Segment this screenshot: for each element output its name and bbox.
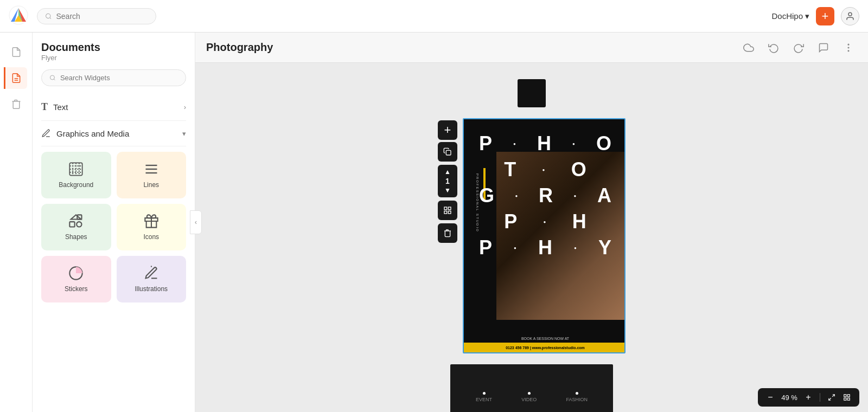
- fullscreen-button[interactable]: [826, 391, 838, 403]
- svg-marker-21: [71, 215, 81, 219]
- undo-icon: [768, 42, 779, 53]
- trash-icon: [11, 99, 22, 110]
- svg-point-25: [848, 44, 849, 45]
- topbar-right: DocHipo ▾ +: [771, 7, 859, 25]
- svg-point-2: [46, 14, 50, 18]
- flyer-text-grid: P ● H ● O T ● O: [475, 132, 616, 259]
- canvas-toolbar: Photography: [195, 33, 868, 63]
- top-black-square: [518, 79, 546, 107]
- page-number: 1: [445, 177, 450, 185]
- search-widgets-icon: [49, 74, 56, 81]
- lines-icon: [144, 162, 159, 177]
- sc-dot-3: [576, 392, 578, 395]
- zoom-in-button[interactable]: +: [802, 391, 814, 403]
- flyer-card[interactable]: PROFESSIONAL STUDIO P ● H ● O: [463, 118, 626, 353]
- stickers-widget[interactable]: Stickers: [41, 256, 111, 302]
- graphics-section-row[interactable]: Graphics and Media ▾: [41, 123, 186, 144]
- panel-title: Documents: [41, 41, 186, 54]
- svg-line-33: [832, 395, 834, 397]
- delete-icon: [443, 229, 452, 237]
- panel-subtitle: Flyer: [41, 54, 186, 62]
- search-bar[interactable]: [37, 8, 156, 24]
- zoom-bar: − 49 % +: [758, 388, 859, 407]
- fl-h1: H: [537, 132, 551, 155]
- icons-label: Icons: [143, 233, 159, 241]
- fl-y: Y: [598, 236, 611, 259]
- svg-point-7: [50, 75, 54, 80]
- graphics-section-label: Graphics and Media: [56, 129, 129, 138]
- icons-widget[interactable]: Icons: [117, 204, 187, 250]
- page-controls: + ▲ 1 ▼: [438, 118, 626, 353]
- search-icon: [45, 12, 52, 20]
- second-preview-card[interactable]: EVENT VIDEO FASHION: [450, 364, 613, 412]
- user-avatar[interactable]: [841, 7, 859, 25]
- duplicate-icon: [443, 147, 452, 156]
- lines-label: Lines: [143, 181, 159, 189]
- flyer-row-1: P ● H ● O: [475, 132, 616, 155]
- main-layout: Documents Flyer T Text ›: [0, 33, 868, 412]
- second-card-fashion: FASHION: [566, 392, 588, 402]
- text-section-row[interactable]: T Text ›: [41, 96, 186, 118]
- icon-bar: [0, 33, 33, 412]
- svg-rect-28: [446, 150, 451, 155]
- flyer-bottom-text: BOOK A SESSION NOW AT: [464, 337, 626, 343]
- flyer-row-4: P ● H: [475, 207, 616, 236]
- search-widgets-bar[interactable]: [41, 69, 186, 86]
- svg-line-3: [50, 17, 51, 18]
- svg-line-34: [829, 398, 831, 400]
- stickers-icon: [68, 266, 84, 281]
- undo-button[interactable]: [765, 39, 782, 56]
- layers-icon: [11, 73, 22, 83]
- comment-button[interactable]: [815, 39, 832, 56]
- svg-point-4: [848, 12, 852, 16]
- fl-p2: P: [504, 210, 517, 233]
- shapes-widget[interactable]: Shapes: [41, 204, 111, 250]
- cloud-save-button[interactable]: [740, 39, 757, 56]
- svg-point-20: [76, 222, 81, 227]
- next-page-button[interactable]: ▼: [443, 185, 452, 195]
- brand-name-label[interactable]: DocHipo ▾: [771, 11, 809, 21]
- sc-dot-1: [483, 392, 486, 395]
- more-options-button[interactable]: [840, 39, 857, 56]
- illustrations-widget[interactable]: Illustrations: [117, 256, 187, 302]
- add-button[interactable]: +: [816, 7, 834, 25]
- sidebar-item-trash[interactable]: [5, 93, 27, 115]
- add-page-button[interactable]: +: [438, 120, 457, 140]
- zoom-value: 49 %: [780, 394, 799, 402]
- search-input[interactable]: [56, 12, 148, 21]
- fl-t: T: [504, 158, 516, 181]
- lines-widget[interactable]: Lines: [117, 152, 187, 198]
- redo-icon: [793, 42, 804, 53]
- prev-page-button[interactable]: ▲: [443, 167, 452, 177]
- grid-icon: [443, 206, 452, 215]
- page-left-controls: + ▲ 1 ▼: [438, 118, 457, 243]
- svg-rect-32: [448, 211, 451, 214]
- layout-button[interactable]: [438, 201, 457, 220]
- panel-collapse-button[interactable]: ‹: [190, 210, 202, 234]
- second-card-video: VIDEO: [521, 392, 537, 402]
- svg-rect-35: [844, 395, 846, 397]
- flyer-bottom-bar: 0123 456 789 | www.professionalstudio.co…: [464, 343, 626, 352]
- background-widget[interactable]: Background: [41, 152, 111, 198]
- widget-grid: Background Lines: [41, 152, 186, 302]
- canvas-scroll[interactable]: + ▲ 1 ▼: [195, 63, 868, 412]
- duplicate-page-button[interactable]: [438, 142, 457, 162]
- search-widgets-input[interactable]: [60, 74, 178, 82]
- fl-g: G: [479, 184, 494, 207]
- redo-button[interactable]: [790, 39, 807, 56]
- background-icon: [68, 162, 84, 177]
- canvas-content: + ▲ 1 ▼: [212, 79, 852, 396]
- grid-view-button[interactable]: [841, 391, 853, 403]
- svg-rect-29: [444, 207, 447, 210]
- fl-d1: ●: [513, 141, 516, 146]
- svg-line-24: [149, 266, 153, 267]
- widget-panel: Documents Flyer T Text ›: [33, 33, 195, 412]
- sidebar-item-layers[interactable]: [4, 67, 27, 89]
- sidebar-item-document[interactable]: [5, 41, 27, 63]
- logo[interactable]: [9, 5, 28, 27]
- cloud-icon: [743, 42, 754, 53]
- fl-p3: P: [479, 236, 492, 259]
- zoom-out-button[interactable]: −: [764, 391, 776, 403]
- delete-page-button[interactable]: [438, 223, 457, 243]
- canvas-title: Photography: [206, 41, 273, 54]
